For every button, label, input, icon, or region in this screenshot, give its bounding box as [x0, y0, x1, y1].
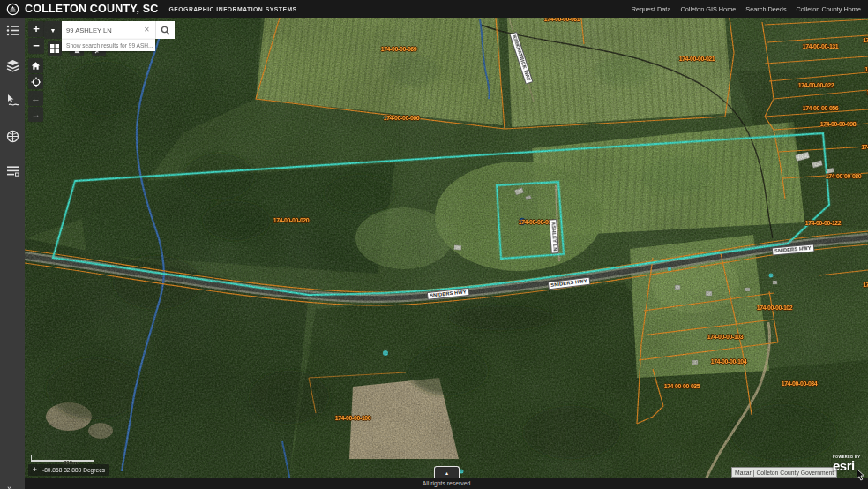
parcel-label[interactable]: 174-00-00-035 [664, 383, 700, 389]
parcel-label[interactable]: 174-00-00-021 [679, 56, 715, 62]
zoom-out-button[interactable]: − [28, 38, 44, 54]
app-subtitle: GEOGRAPHIC INFORMATION SYSTEMS [169, 6, 297, 12]
parcel-label[interactable]: 174-00-00-022 [798, 82, 834, 88]
search-input[interactable] [62, 21, 155, 39]
parcel-label[interactable]: 174-00-00-080 [826, 173, 862, 179]
parcel-label[interactable]: 174-00-00-056 [803, 105, 839, 111]
parcel-label[interactable]: 174-00-00-131 [803, 43, 839, 49]
parcel-label[interactable]: 174-00-00-1 [863, 37, 868, 43]
attribution-toggle-tab[interactable]: ▴ [434, 466, 460, 478]
zoom-in-button[interactable]: + [28, 21, 44, 37]
header-links: Request DataColleton GIS HomeSearch Deed… [632, 5, 861, 13]
parcel-label[interactable]: 174-00-00-104 [711, 358, 747, 365]
layers-icon[interactable] [6, 59, 19, 72]
tool-sidebar: » [0, 18, 25, 489]
select-tools-icon[interactable] [6, 94, 19, 107]
expand-icon[interactable]: » [7, 484, 12, 489]
parcel-label[interactable]: 174-00-00-034 [782, 380, 818, 387]
header-link[interactable]: Search Deeds [745, 5, 786, 13]
parcel-label[interactable]: 174-00-00-0 [864, 66, 868, 72]
search-suggestion-text: Show search results for 99 ASH... [62, 42, 153, 49]
app-title: COLLETON COUNTY, SC [25, 3, 159, 15]
map-canvas[interactable] [25, 18, 868, 478]
parcel-label[interactable]: 174-00-00-020 [273, 217, 310, 223]
parcel-label[interactable]: 174-00-00-066 [384, 115, 420, 121]
parcel-label[interactable]: 174-00-00-069 [381, 46, 417, 52]
parcel-label[interactable]: 174-00-00-103 [707, 334, 744, 340]
county-seal-logo [6, 3, 19, 16]
crosshair-icon[interactable]: + [30, 465, 40, 475]
locate-button[interactable] [28, 74, 43, 89]
legend-icon[interactable] [6, 24, 19, 37]
clear-search-icon[interactable]: ✕ [144, 26, 150, 34]
home-button[interactable] [28, 58, 43, 73]
coordinates-widget: + -80.868 32.889 Degrees [28, 464, 109, 476]
coordinates-text: -80.868 32.889 Degrees [42, 467, 105, 473]
basemap-gallery-icon[interactable] [6, 130, 19, 143]
grid-icon [50, 44, 59, 53]
back-button[interactable]: ← [28, 91, 43, 106]
search-button[interactable] [155, 21, 175, 39]
satellite-basemap [25, 18, 868, 478]
search-source-dropdown[interactable]: ▼ [44, 21, 62, 39]
header-link[interactable]: Colleton County Home [797, 5, 861, 13]
parcel-label[interactable]: 174-00-00-0 [863, 282, 868, 288]
parcel-label[interactable]: 174-00-00-100 [335, 415, 371, 421]
forward-button[interactable]: → [28, 107, 43, 122]
parcel-label[interactable]: 174-00-00-102 [757, 305, 793, 311]
search-suggestion[interactable]: Show search results for 99 ASH... [62, 39, 155, 51]
scale-bar [31, 455, 94, 462]
footer-text: All rights reserved [423, 480, 470, 486]
esri-logo: POWERED BY esri [833, 455, 860, 472]
parcel-label[interactable]: 174-00-00-098 [820, 121, 857, 127]
parcel-label[interactable]: 174-00-00-0 [861, 144, 868, 150]
home-icon [31, 61, 41, 71]
header-link[interactable]: Colleton GIS Home [680, 5, 736, 13]
esri-wordmark: esri [833, 459, 860, 472]
parcel-label[interactable]: 174-00-00-091 [519, 219, 555, 225]
footer-bar: All rights reserved [25, 478, 868, 489]
grain-overlay-light [25, 18, 868, 478]
parcel-label[interactable]: 174-00-00-122 [805, 220, 842, 226]
basemap-toggle-button[interactable] [48, 41, 62, 56]
locate-icon [31, 77, 41, 87]
map-attribution: Maxar | Colleton County Government [731, 467, 837, 478]
app-header: COLLETON COUNTY, SC GEOGRAPHIC INFORMATI… [0, 0, 868, 18]
search-icon [161, 26, 170, 35]
header-link[interactable]: Request Data [632, 5, 671, 13]
layer-list-icon[interactable] [6, 164, 19, 177]
attribution-text: Maxar | Colleton County Government [735, 470, 834, 476]
